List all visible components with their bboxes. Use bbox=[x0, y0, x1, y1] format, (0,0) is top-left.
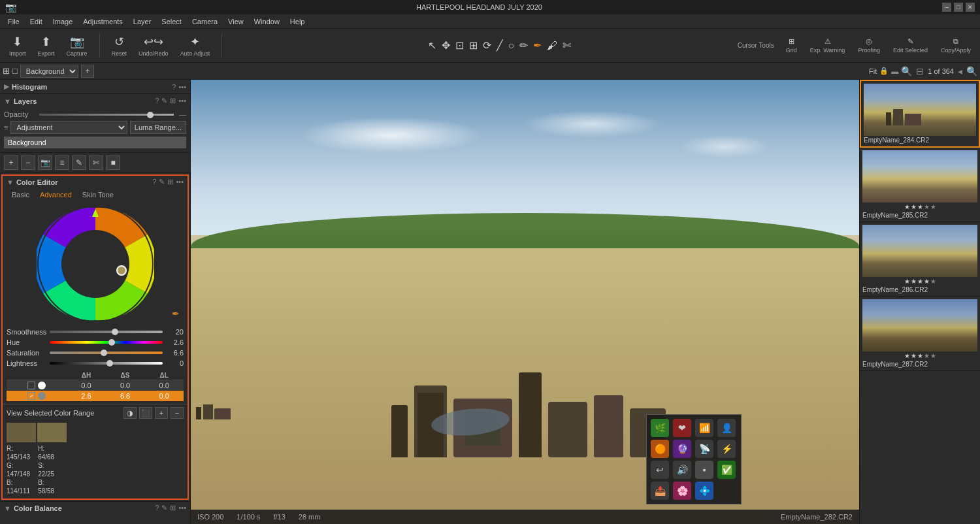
tab-basic[interactable]: Basic bbox=[7, 189, 35, 200]
thumbnail-3[interactable]: ★ ★ ★ ★ ★ EmptyName_286.CR2 bbox=[860, 222, 980, 297]
minimize-button[interactable]: ─ bbox=[942, 3, 951, 12]
color-wheel-wrapper[interactable] bbox=[37, 205, 154, 323]
icon-signal[interactable]: 📶 bbox=[695, 419, 713, 437]
rotate-tool-icon[interactable]: ⟳ bbox=[482, 38, 493, 53]
clone-tool-icon[interactable]: 🖌 bbox=[546, 39, 559, 53]
histogram-header[interactable]: ▶ Histogram ? ••• bbox=[0, 80, 190, 93]
capture-button[interactable]: 📷 Capture bbox=[63, 32, 91, 59]
copy-apply-button[interactable]: ⧉ Copy/Apply bbox=[937, 35, 975, 56]
add-color-btn[interactable]: + bbox=[155, 407, 168, 419]
exp-warning-button[interactable]: ⚠ Exp. Warning bbox=[806, 35, 849, 56]
layer-pencil-button[interactable]: ✎ bbox=[72, 156, 86, 170]
select-tool-icon[interactable]: ↖ bbox=[427, 38, 438, 53]
grid-view-icon[interactable]: ⊞ bbox=[3, 66, 10, 76]
grid-button[interactable]: ⊞ Grid bbox=[782, 35, 801, 56]
window-controls[interactable]: ─ □ ✕ bbox=[942, 3, 975, 12]
remove-color-btn[interactable]: − bbox=[171, 407, 184, 419]
zoom-in-icon[interactable]: 🔍 bbox=[901, 66, 912, 76]
background-layer[interactable]: Background bbox=[4, 137, 186, 148]
edit-selected-button[interactable]: ✎ Edit Selected bbox=[889, 35, 932, 56]
hue-slider[interactable] bbox=[50, 341, 163, 344]
lightness-slider[interactable] bbox=[50, 362, 163, 365]
cb-more-icon[interactable]: ••• bbox=[178, 504, 186, 512]
menu-select[interactable]: Select bbox=[156, 16, 187, 27]
icon-green-leaf[interactable]: 🌿 bbox=[651, 419, 669, 437]
luma-range-button[interactable]: Luma Range... bbox=[130, 121, 186, 134]
healing-tool-icon[interactable]: ✒ bbox=[532, 38, 543, 53]
menu-file[interactable]: File bbox=[3, 16, 25, 27]
menu-edit[interactable]: Edit bbox=[25, 16, 48, 27]
import-button[interactable]: ⬇ Import bbox=[5, 32, 30, 59]
icon-flower[interactable]: 🌸 bbox=[673, 482, 691, 500]
layers-help-icon[interactable]: ? bbox=[155, 97, 159, 105]
color-editor-more-icon[interactable]: ••• bbox=[176, 178, 184, 186]
menu-adjustments[interactable]: Adjustments bbox=[78, 16, 128, 27]
menu-image[interactable]: Image bbox=[48, 16, 78, 27]
layer-camera-button[interactable]: 📷 bbox=[38, 156, 52, 170]
layer-square-button[interactable]: ■ bbox=[106, 156, 120, 170]
cb-copy-icon[interactable]: ⊞ bbox=[170, 504, 176, 512]
add-layer-button[interactable]: + bbox=[81, 65, 94, 78]
layer-select[interactable]: Background bbox=[20, 65, 78, 78]
icon-orange[interactable]: 🟠 bbox=[651, 440, 669, 458]
icon-gray-sq[interactable]: ▪ bbox=[695, 461, 713, 479]
color-balance-header[interactable]: ▼ Color Balance ? ✎ ⊞ ••• bbox=[4, 504, 186, 512]
color-editor-pencil-icon[interactable]: ✎ bbox=[159, 178, 165, 186]
eyedropper-icon[interactable]: ✒ bbox=[172, 308, 180, 319]
saturation-slider[interactable] bbox=[50, 352, 163, 354]
histogram-help-icon[interactable]: ? bbox=[172, 83, 176, 91]
circle-tool-icon[interactable]: ○ bbox=[507, 39, 516, 53]
icon-back[interactable]: ↩ bbox=[651, 461, 669, 479]
icon-speaker[interactable]: 🔊 bbox=[673, 461, 691, 479]
smoothness-slider[interactable] bbox=[50, 331, 163, 333]
tab-advanced[interactable]: Advanced bbox=[35, 189, 77, 200]
menu-view[interactable]: View bbox=[223, 16, 249, 27]
close-button[interactable]: ✕ bbox=[966, 3, 975, 12]
icon-check[interactable]: ✅ bbox=[717, 461, 736, 479]
reset-button[interactable]: ↺ Reset bbox=[108, 32, 131, 59]
transform-tool-icon[interactable]: ⊞ bbox=[468, 38, 479, 53]
crop-tool-icon[interactable]: ⊡ bbox=[454, 38, 465, 53]
auto-adjust-button[interactable]: ✦ Auto Adjust bbox=[176, 32, 214, 59]
icon-blue[interactable]: 💠 bbox=[695, 482, 713, 500]
search-icon[interactable]: 🔍 bbox=[966, 66, 977, 76]
icon-usb[interactable]: ⚡ bbox=[717, 440, 736, 458]
histogram-more-icon[interactable]: ••• bbox=[178, 83, 186, 91]
opacity-slider[interactable] bbox=[39, 114, 174, 116]
half-circle-view-btn[interactable]: ◑ bbox=[123, 407, 137, 419]
layers-header[interactable]: ▼ Layers ? ✎ ⊞ ••• bbox=[0, 94, 190, 108]
nav-prev-icon[interactable]: ◂ bbox=[958, 66, 962, 76]
erase-tool-icon[interactable]: ✄ bbox=[561, 38, 572, 53]
icon-purple-gem[interactable]: 🔮 bbox=[673, 440, 691, 458]
icon-red-heart[interactable]: ❤ bbox=[673, 419, 691, 437]
undo-redo-button[interactable]: ↩↪ Undo/Redo bbox=[135, 32, 172, 59]
layer-list-button[interactable]: ≡ bbox=[55, 156, 69, 170]
menu-layer[interactable]: Layer bbox=[128, 16, 157, 27]
adjustment-select[interactable]: Adjustment bbox=[10, 121, 127, 134]
color-editor-copy-icon[interactable]: ⊞ bbox=[167, 178, 173, 186]
tab-skin-tone[interactable]: Skin Tone bbox=[77, 189, 119, 200]
brush-tool-icon[interactable]: ✏ bbox=[518, 38, 529, 53]
layers-copy-icon[interactable]: ⊞ bbox=[170, 97, 176, 105]
cb-pencil-icon[interactable]: ✎ bbox=[161, 504, 167, 512]
pan-tool-icon[interactable]: ✥ bbox=[440, 38, 451, 53]
icon-person[interactable]: 👤 bbox=[717, 419, 736, 437]
icon-wifi[interactable]: 📡 bbox=[695, 440, 713, 458]
layers-pencil-icon[interactable]: ✎ bbox=[161, 97, 167, 105]
line-tool-icon[interactable]: ╱ bbox=[495, 38, 504, 53]
thumbnail-4[interactable]: ★ ★ ★ ★ ★ EmptyName_287.CR2 bbox=[860, 297, 980, 371]
layers-more-icon[interactable]: ••• bbox=[178, 97, 186, 105]
mask-view-btn[interactable]: ⬛ bbox=[139, 407, 152, 419]
export-button[interactable]: ⬆ Export bbox=[34, 32, 59, 59]
menu-help[interactable]: Help bbox=[285, 16, 310, 27]
channels-icon[interactable]: ⊟ bbox=[916, 66, 924, 76]
layer-eraser-button[interactable]: ✄ bbox=[89, 156, 103, 170]
opacity-reset[interactable]: — bbox=[179, 110, 186, 118]
single-view-icon[interactable]: □ bbox=[12, 66, 18, 76]
add-layer-button[interactable]: + bbox=[4, 156, 18, 170]
menu-window[interactable]: Window bbox=[249, 16, 285, 27]
menu-camera[interactable]: Camera bbox=[187, 16, 223, 27]
remove-layer-button[interactable]: − bbox=[21, 156, 35, 170]
proofing-button[interactable]: ◎ Proofing bbox=[854, 35, 884, 56]
color-editor-help-icon[interactable]: ? bbox=[152, 178, 156, 186]
